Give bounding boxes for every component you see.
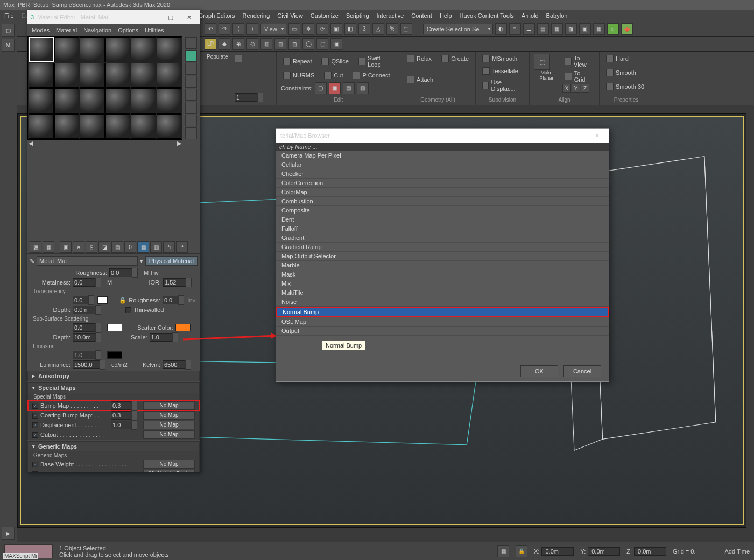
map-type-item[interactable]: Gradient Ramp	[276, 243, 609, 252]
map-slot-button[interactable]: p #0 (Metal_albedo.jp	[143, 470, 195, 472]
map-type-item[interactable]: Camera Map Per Pixel	[276, 151, 609, 160]
qslice-button[interactable]: QSlice	[319, 54, 350, 69]
render-frame-button[interactable]: ▦	[593, 23, 605, 35]
transparency-spinner[interactable]: 0.0	[73, 296, 89, 304]
sample-slot[interactable]	[54, 88, 80, 114]
map-type-item[interactable]: Noise	[276, 297, 609, 307]
menu-customize[interactable]: Customize	[311, 12, 339, 19]
put-to-lib-button[interactable]: ▤	[111, 241, 123, 253]
map-type-item[interactable]: Output	[276, 327, 609, 336]
menu-havok[interactable]: Havok Content Tools	[460, 12, 514, 19]
sample-slot[interactable]	[157, 37, 182, 62]
generic-maps-rollout[interactable]: Generic Maps Generic Maps ✓ Base Weight …	[27, 441, 200, 472]
me-menu-options[interactable]: Options	[118, 27, 138, 33]
plugin-btn-5[interactable]: ▥	[260, 38, 272, 50]
map-amount-spinner[interactable]: 0.3	[111, 401, 132, 410]
sample-slot[interactable]	[105, 114, 131, 139]
me-menu-modes[interactable]: Modes	[32, 27, 50, 33]
curve-editor-button[interactable]: ▤	[537, 23, 549, 35]
map-slot-button[interactable]: No Map	[143, 411, 195, 420]
undo-button[interactable]: ↶	[205, 23, 216, 35]
anglesnap-button[interactable]: △	[372, 23, 384, 35]
sample-slot[interactable]	[157, 63, 182, 88]
menu-scripting[interactable]: Scripting	[346, 12, 369, 19]
map-slot-button[interactable]: No Map	[143, 460, 195, 469]
select-button[interactable]: ▭	[288, 23, 300, 35]
sample-slot[interactable]	[29, 37, 54, 62]
reset-button[interactable]: ✕	[73, 241, 84, 253]
coord-y[interactable]: 0.0m	[588, 547, 620, 556]
align-button[interactable]: ≡	[509, 23, 521, 35]
constraint-none[interactable]: ▢	[315, 82, 327, 94]
map-amount-spinner[interactable]: 0.3	[111, 411, 132, 420]
refcoord-dropdown[interactable]: View	[260, 24, 286, 34]
sample-slot[interactable]	[105, 37, 131, 62]
map-checkbox[interactable]: ✓	[32, 403, 38, 409]
close-button[interactable]: ✕	[181, 14, 196, 21]
video-color-button[interactable]	[185, 89, 197, 101]
toview-button[interactable]: To View	[562, 54, 595, 69]
togrid-button[interactable]: To Grid	[562, 69, 595, 84]
map-type-item[interactable]: Map Output Selector	[276, 252, 609, 261]
plugin-btn-10[interactable]: ▣	[330, 38, 342, 50]
sss-depth-spinner[interactable]: 10.0m	[73, 333, 96, 342]
depth-spinner[interactable]: 0.0m	[73, 306, 96, 314]
material-type-button[interactable]: Physical Material	[145, 256, 198, 266]
menu-civilview[interactable]: Civil View	[277, 12, 302, 19]
plugin-btn-6[interactable]: ▧	[274, 38, 286, 50]
kelvin-spinner[interactable]: 6500	[163, 360, 186, 369]
map-type-item[interactable]: ColorCorrection	[276, 179, 609, 188]
sss-spinner[interactable]: 0.0	[73, 323, 96, 332]
get-material-button[interactable]: ▩	[30, 241, 41, 253]
sample-slot[interactable]	[54, 37, 80, 62]
preview-btn[interactable]	[232, 54, 272, 63]
constraint-face[interactable]: ▤	[343, 82, 355, 94]
repeat-button[interactable]: Repeat	[281, 54, 314, 69]
map-type-item[interactable]: Normal Bump	[276, 307, 609, 317]
emission-spinner[interactable]: 1.0	[73, 351, 96, 359]
cut-button[interactable]: Cut	[322, 70, 345, 80]
sample-slot[interactable]	[105, 88, 131, 114]
sample-slot[interactable]	[29, 88, 54, 114]
scroll-left-icon[interactable]: ◀	[29, 140, 33, 146]
map-checkbox[interactable]: ✓	[32, 422, 38, 428]
scale-spinner[interactable]: 1.0	[150, 333, 173, 342]
map-slot-button[interactable]: No Map	[143, 421, 195, 429]
map-browser-close-button[interactable]: ✕	[589, 132, 604, 139]
tessellate-button[interactable]: Tessellate	[480, 66, 525, 76]
pick-icon[interactable]: ✎	[30, 258, 34, 265]
align-z-button[interactable]: Z	[581, 84, 589, 93]
sss-color[interactable]	[107, 324, 122, 331]
percentsnap-button[interactable]: %	[386, 23, 398, 35]
sample-slot[interactable]	[131, 63, 156, 88]
sample-slot[interactable]	[105, 63, 131, 88]
go-parent-button[interactable]: ↰	[163, 241, 175, 253]
timeline[interactable]	[17, 529, 746, 542]
select-by-mat-button[interactable]	[185, 127, 197, 139]
sample-slot[interactable]	[131, 37, 156, 62]
plugin-btn-4[interactable]: ◎	[246, 38, 258, 50]
menu-file[interactable]: File	[4, 12, 14, 19]
maxscript-label[interactable]: MAXScript Mi	[3, 553, 38, 559]
map-slot-button[interactable]: No Map	[143, 401, 195, 410]
show-end-button[interactable]: ▥	[150, 241, 162, 253]
map-type-item[interactable]: Falloff	[276, 224, 609, 233]
sample-slot[interactable]	[29, 114, 54, 139]
map-checkbox[interactable]: ✓	[32, 432, 38, 438]
scatter-color-swatch[interactable]	[175, 324, 191, 331]
render-setup-button[interactable]: ▣	[579, 23, 591, 35]
sample-slot[interactable]	[80, 63, 105, 88]
show-map-button[interactable]: ▦	[137, 241, 149, 253]
anisotropy-rollout[interactable]: Anisotropy	[27, 371, 200, 381]
msmooth-button[interactable]: MSmooth	[480, 54, 525, 63]
place-button[interactable]: ◧	[344, 23, 356, 35]
sample-uv-button[interactable]	[185, 76, 197, 88]
render-button[interactable]: ☼	[607, 23, 619, 35]
make-unique-button[interactable]: ◪	[98, 241, 110, 253]
map-type-item[interactable]: Composite	[276, 206, 609, 215]
menu-grapheditors[interactable]: Graph Editors	[199, 12, 235, 19]
cancel-button[interactable]: Cancel	[563, 365, 601, 377]
pconnect-button[interactable]: P Connect	[350, 70, 392, 80]
schematic-button[interactable]: ▦	[551, 23, 563, 35]
lock-icon[interactable]: 🔒	[516, 545, 527, 557]
